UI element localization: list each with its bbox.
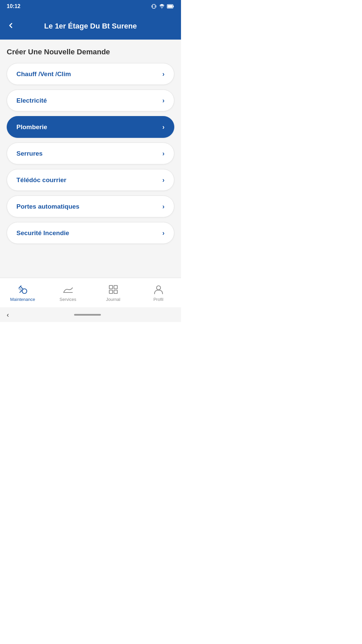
menu-item-label-teledoc: Télédóc courrier xyxy=(16,176,66,184)
nav-item-journal[interactable]: Journal xyxy=(90,283,136,302)
svg-point-7 xyxy=(162,8,162,8)
svg-rect-13 xyxy=(109,285,113,289)
menu-item-label-portes: Portes automatiques xyxy=(16,203,79,210)
nav-label-journal: Journal xyxy=(106,297,120,302)
svg-rect-15 xyxy=(109,290,113,293)
svg-point-17 xyxy=(157,286,161,290)
nav-label-maintenance: Maintenance xyxy=(10,297,35,302)
vibrate-icon xyxy=(151,3,157,9)
nav-icon-profil xyxy=(153,283,165,296)
nav-label-services: Services xyxy=(60,297,76,302)
battery-icon xyxy=(167,3,174,9)
status-time: 10:12 xyxy=(7,3,20,9)
menu-item-arrow-teledoc: › xyxy=(162,176,165,184)
menu-item-chauff[interactable]: Chauff /Vent /Clim › xyxy=(7,63,174,85)
menu-item-teledoc[interactable]: Télédóc courrier › xyxy=(7,169,174,191)
nav-item-services[interactable]: Services xyxy=(45,283,90,302)
menu-item-label-serrures: Serrures xyxy=(16,150,43,157)
svg-point-11 xyxy=(22,289,27,293)
status-icons xyxy=(151,3,174,9)
svg-rect-9 xyxy=(168,5,172,8)
main-content: Créer Une Nouvelle Demande Chauff /Vent … xyxy=(0,40,181,278)
menu-list: Chauff /Vent /Clim › Electricité › Plomb… xyxy=(7,63,174,244)
menu-item-label-plomberie: Plomberie xyxy=(16,123,47,131)
wifi-icon xyxy=(159,3,165,9)
svg-rect-0 xyxy=(153,4,155,8)
menu-item-arrow-securite: › xyxy=(162,229,165,237)
menu-item-portes[interactable]: Portes automatiques › xyxy=(7,196,174,217)
menu-item-plomberie[interactable]: Plomberie › xyxy=(7,116,174,138)
nav-icon-maintenance xyxy=(17,283,29,296)
back-button[interactable] xyxy=(7,21,15,31)
nav-icon-journal xyxy=(107,283,119,296)
menu-item-arrow-serrures: › xyxy=(162,150,165,157)
menu-item-arrow-chauff: › xyxy=(162,70,165,78)
svg-rect-10 xyxy=(173,6,174,7)
nav-item-maintenance[interactable]: Maintenance xyxy=(0,283,45,302)
svg-rect-14 xyxy=(114,285,117,289)
nav-icon-services xyxy=(62,283,74,296)
header-title: Le 1er Étage Du Bt Surene xyxy=(44,22,137,31)
status-bar: 10:12 xyxy=(0,0,181,13)
menu-item-label-electricite: Electricité xyxy=(16,97,47,104)
menu-item-electricite[interactable]: Electricité › xyxy=(7,90,174,111)
home-pill[interactable] xyxy=(74,314,101,316)
nav-label-profil: Profil xyxy=(154,297,164,302)
svg-rect-16 xyxy=(114,290,117,293)
page-title: Créer Une Nouvelle Demande xyxy=(7,48,174,56)
menu-item-label-chauff: Chauff /Vent /Clim xyxy=(16,70,71,78)
bottom-nav: Maintenance Services Journal Profil xyxy=(0,278,181,307)
menu-item-arrow-portes: › xyxy=(162,203,165,210)
header: Le 1er Étage Du Bt Surene xyxy=(0,13,181,40)
menu-item-arrow-electricite: › xyxy=(162,97,165,104)
menu-item-arrow-plomberie: › xyxy=(162,123,165,131)
menu-item-label-securite: Securité Incendie xyxy=(16,229,69,237)
menu-item-serrures[interactable]: Serrures › xyxy=(7,143,174,164)
menu-item-securite[interactable]: Securité Incendie › xyxy=(7,222,174,244)
system-back-icon[interactable]: ‹ xyxy=(7,311,9,319)
system-bar: ‹ xyxy=(0,307,181,322)
nav-item-profil[interactable]: Profil xyxy=(136,283,181,302)
